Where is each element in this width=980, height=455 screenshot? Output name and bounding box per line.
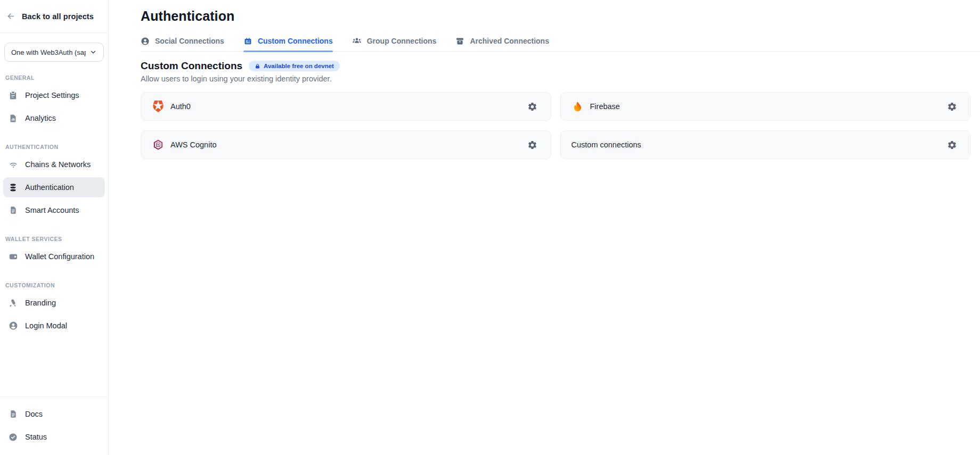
gear-icon [527,102,537,112]
gear-icon [527,140,537,150]
sidebar-item-chains-networks[interactable]: Chains & Networks [3,154,105,175]
sidebar-item-status[interactable]: Status [3,427,105,447]
sidebar-footer: Docs Status [0,396,108,455]
devnet-badge-label: Available free on devnet [264,63,334,69]
archive-box-icon [455,37,464,46]
tab-archived-connections[interactable]: Archived Connections [455,36,549,51]
arrow-left-icon [6,12,15,21]
gear-icon [947,140,957,150]
lock-icon [255,63,260,69]
sidebar-item-project-settings[interactable]: Project Settings [3,85,105,105]
database-icon [8,183,18,193]
firebase-logo [571,101,584,113]
project-selector-dropdown[interactable]: One with Web3Auth (sap [4,43,104,62]
tab-social-connections[interactable]: Social Connections [141,36,224,51]
sidebar-item-label: Analytics [25,114,56,122]
id-badge-icon [243,37,252,46]
clipboard-icon [8,90,18,101]
sidebar-item-authentication[interactable]: Authentication [3,177,105,197]
tab-bar: Social Connections Custom Connections Gr… [141,36,980,52]
wifi-icon [8,160,18,170]
tab-group-connections[interactable]: Group Connections [352,36,437,51]
connection-card-custom[interactable]: Custom connections [560,130,971,159]
page-title: Authentication [141,9,980,24]
auth0-logo [152,101,164,113]
file-icon [8,205,18,216]
custom-connections-settings-button[interactable] [944,137,959,152]
doc-icon [8,409,18,419]
devnet-badge: Available free on devnet [249,61,340,71]
sidebar-item-label: Authentication [25,183,74,192]
connection-name: Firebase [590,102,620,111]
sidebar-item-smart-accounts[interactable]: Smart Accounts [3,200,105,220]
users-group-icon [352,36,362,46]
tab-label: Custom Connections [258,37,333,45]
sidebar-item-label: Docs [25,410,43,418]
tab-label: Archived Connections [470,37,549,45]
connection-name: AWS Cognito [170,140,217,149]
sidebar-item-label: Smart Accounts [25,206,79,214]
check-circle-icon [8,432,18,442]
sidebar-item-wallet-configuration[interactable]: Wallet Configuration [3,246,105,267]
sidebar-item-label: Login Modal [25,321,67,330]
sidebar-section-authentication: AUTHENTICATION [5,144,103,150]
tab-label: Social Connections [155,37,224,45]
wallet-icon [8,252,18,262]
connection-card-aws-cognito[interactable]: AWS Cognito [141,130,551,159]
back-to-projects-label: Back to all projects [22,12,94,21]
main-content: Authentication Social Connections Custom… [109,0,980,455]
back-to-projects-button[interactable]: Back to all projects [0,0,108,33]
brush-icon [8,298,18,308]
sidebar-item-label: Wallet Configuration [25,252,94,261]
sidebar-item-label: Branding [25,299,56,307]
sidebar-section-general: GENERAL [5,75,103,81]
aws-cognito-logo [152,139,164,151]
analytics-icon [8,113,18,123]
connections-grid: Auth0 Firebase [141,92,970,159]
sidebar-section-wallet-services: WALLET SERVICES [5,236,103,242]
chevron-down-icon [89,48,97,56]
connection-name: Custom connections [571,140,641,149]
gear-icon [947,102,957,112]
firebase-settings-button[interactable] [944,99,959,114]
tab-custom-connections[interactable]: Custom Connections [243,36,333,51]
sidebar-section-customization: CUSTOMIZATION [5,282,103,288]
user-circle-icon [8,321,18,331]
connection-card-firebase[interactable]: Firebase [560,92,971,121]
section-description: Allow users to login using your existing… [141,75,970,83]
tab-panel-custom-connections: Custom Connections Available free on dev… [141,60,980,159]
sidebar-item-label: Status [25,433,47,441]
sidebar-item-label: Project Settings [25,91,79,100]
sidebar-item-login-modal[interactable]: Login Modal [3,316,105,336]
connection-card-auth0[interactable]: Auth0 [141,92,551,121]
sidebar-item-label: Chains & Networks [25,160,91,169]
sidebar-item-branding[interactable]: Branding [3,293,105,313]
sidebar: Back to all projects One with Web3Auth (… [0,0,109,455]
tab-label: Group Connections [367,37,437,45]
app-window: Back to all projects One with Web3Auth (… [0,0,980,455]
connection-name: Auth0 [170,102,191,111]
sidebar-item-docs[interactable]: Docs [3,404,105,424]
project-selector-value: One with Web3Auth (sap [11,48,86,56]
user-circle-icon [141,37,150,46]
aws-cognito-settings-button[interactable] [525,137,540,152]
section-heading: Custom Connections [141,60,242,72]
auth0-settings-button[interactable] [525,99,540,114]
sidebar-item-analytics[interactable]: Analytics [3,108,105,128]
